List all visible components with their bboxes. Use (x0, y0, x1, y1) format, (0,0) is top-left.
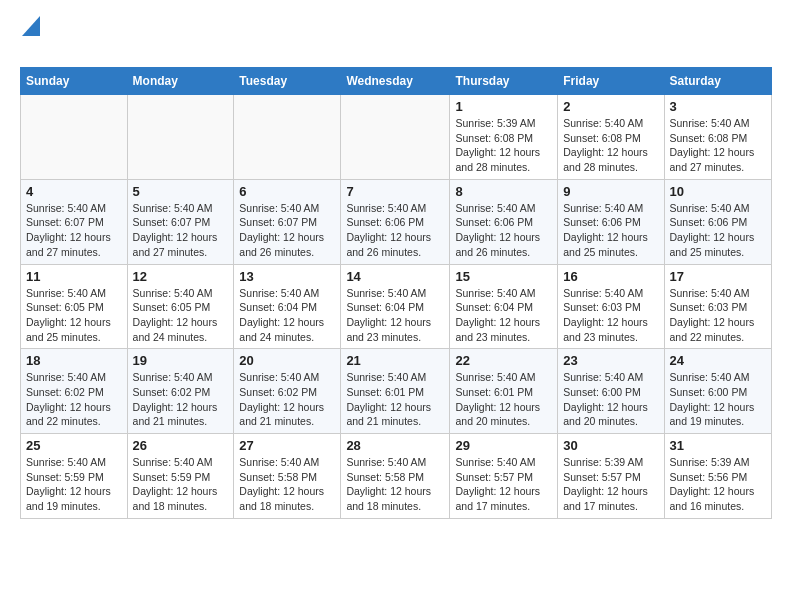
day-number: 11 (26, 269, 122, 284)
day-number: 25 (26, 438, 122, 453)
day-detail: Sunrise: 5:40 AM Sunset: 6:00 PM Dayligh… (670, 370, 767, 429)
calendar-cell: 14Sunrise: 5:40 AM Sunset: 6:04 PM Dayli… (341, 264, 450, 349)
day-number: 12 (133, 269, 229, 284)
day-number: 6 (239, 184, 335, 199)
day-detail: Sunrise: 5:40 AM Sunset: 6:02 PM Dayligh… (26, 370, 122, 429)
day-detail: Sunrise: 5:40 AM Sunset: 5:58 PM Dayligh… (239, 455, 335, 514)
day-number: 8 (455, 184, 552, 199)
day-detail: Sunrise: 5:40 AM Sunset: 6:06 PM Dayligh… (563, 201, 658, 260)
day-number: 5 (133, 184, 229, 199)
calendar-cell: 12Sunrise: 5:40 AM Sunset: 6:05 PM Dayli… (127, 264, 234, 349)
day-number: 4 (26, 184, 122, 199)
weekday-header-tuesday: Tuesday (234, 68, 341, 95)
day-detail: Sunrise: 5:40 AM Sunset: 6:01 PM Dayligh… (346, 370, 444, 429)
calendar-cell: 25Sunrise: 5:40 AM Sunset: 5:59 PM Dayli… (21, 434, 128, 519)
day-detail: Sunrise: 5:40 AM Sunset: 6:02 PM Dayligh… (239, 370, 335, 429)
day-detail: Sunrise: 5:40 AM Sunset: 5:59 PM Dayligh… (133, 455, 229, 514)
calendar-cell: 30Sunrise: 5:39 AM Sunset: 5:57 PM Dayli… (558, 434, 664, 519)
calendar-table: SundayMondayTuesdayWednesdayThursdayFrid… (20, 67, 772, 519)
day-detail: Sunrise: 5:40 AM Sunset: 5:59 PM Dayligh… (26, 455, 122, 514)
calendar-cell (234, 95, 341, 180)
day-number: 3 (670, 99, 767, 114)
calendar-cell: 3Sunrise: 5:40 AM Sunset: 6:08 PM Daylig… (664, 95, 772, 180)
calendar-cell: 7Sunrise: 5:40 AM Sunset: 6:06 PM Daylig… (341, 179, 450, 264)
day-detail: Sunrise: 5:40 AM Sunset: 6:07 PM Dayligh… (133, 201, 229, 260)
day-number: 17 (670, 269, 767, 284)
calendar-cell: 21Sunrise: 5:40 AM Sunset: 6:01 PM Dayli… (341, 349, 450, 434)
calendar-cell (21, 95, 128, 180)
calendar-cell: 26Sunrise: 5:40 AM Sunset: 5:59 PM Dayli… (127, 434, 234, 519)
day-detail: Sunrise: 5:40 AM Sunset: 6:05 PM Dayligh… (133, 286, 229, 345)
day-detail: Sunrise: 5:40 AM Sunset: 6:06 PM Dayligh… (455, 201, 552, 260)
day-number: 1 (455, 99, 552, 114)
day-number: 23 (563, 353, 658, 368)
calendar-cell: 13Sunrise: 5:40 AM Sunset: 6:04 PM Dayli… (234, 264, 341, 349)
day-number: 2 (563, 99, 658, 114)
calendar-cell: 27Sunrise: 5:40 AM Sunset: 5:58 PM Dayli… (234, 434, 341, 519)
day-detail: Sunrise: 5:40 AM Sunset: 6:02 PM Dayligh… (133, 370, 229, 429)
weekday-header-wednesday: Wednesday (341, 68, 450, 95)
day-number: 28 (346, 438, 444, 453)
day-detail: Sunrise: 5:40 AM Sunset: 6:05 PM Dayligh… (26, 286, 122, 345)
calendar-cell: 16Sunrise: 5:40 AM Sunset: 6:03 PM Dayli… (558, 264, 664, 349)
calendar-cell: 23Sunrise: 5:40 AM Sunset: 6:00 PM Dayli… (558, 349, 664, 434)
calendar-cell: 28Sunrise: 5:40 AM Sunset: 5:58 PM Dayli… (341, 434, 450, 519)
logo (20, 16, 40, 59)
calendar-cell: 29Sunrise: 5:40 AM Sunset: 5:57 PM Dayli… (450, 434, 558, 519)
week-row-1: 1Sunrise: 5:39 AM Sunset: 6:08 PM Daylig… (21, 95, 772, 180)
page: SundayMondayTuesdayWednesdayThursdayFrid… (0, 0, 792, 535)
day-number: 18 (26, 353, 122, 368)
weekday-header-sunday: Sunday (21, 68, 128, 95)
calendar-cell: 22Sunrise: 5:40 AM Sunset: 6:01 PM Dayli… (450, 349, 558, 434)
day-number: 22 (455, 353, 552, 368)
calendar-cell: 18Sunrise: 5:40 AM Sunset: 6:02 PM Dayli… (21, 349, 128, 434)
day-number: 19 (133, 353, 229, 368)
calendar-cell: 24Sunrise: 5:40 AM Sunset: 6:00 PM Dayli… (664, 349, 772, 434)
day-detail: Sunrise: 5:40 AM Sunset: 6:00 PM Dayligh… (563, 370, 658, 429)
calendar-cell: 6Sunrise: 5:40 AM Sunset: 6:07 PM Daylig… (234, 179, 341, 264)
day-detail: Sunrise: 5:40 AM Sunset: 6:03 PM Dayligh… (670, 286, 767, 345)
calendar-cell: 10Sunrise: 5:40 AM Sunset: 6:06 PM Dayli… (664, 179, 772, 264)
day-detail: Sunrise: 5:40 AM Sunset: 6:06 PM Dayligh… (346, 201, 444, 260)
day-number: 9 (563, 184, 658, 199)
day-number: 21 (346, 353, 444, 368)
day-number: 7 (346, 184, 444, 199)
calendar-cell: 8Sunrise: 5:40 AM Sunset: 6:06 PM Daylig… (450, 179, 558, 264)
day-detail: Sunrise: 5:39 AM Sunset: 6:08 PM Dayligh… (455, 116, 552, 175)
week-row-2: 4Sunrise: 5:40 AM Sunset: 6:07 PM Daylig… (21, 179, 772, 264)
day-number: 16 (563, 269, 658, 284)
calendar-cell: 11Sunrise: 5:40 AM Sunset: 6:05 PM Dayli… (21, 264, 128, 349)
logo-triangle-icon (20, 16, 40, 36)
calendar-cell: 2Sunrise: 5:40 AM Sunset: 6:08 PM Daylig… (558, 95, 664, 180)
weekday-header-row: SundayMondayTuesdayWednesdayThursdayFrid… (21, 68, 772, 95)
day-detail: Sunrise: 5:39 AM Sunset: 5:57 PM Dayligh… (563, 455, 658, 514)
calendar-cell: 19Sunrise: 5:40 AM Sunset: 6:02 PM Dayli… (127, 349, 234, 434)
day-detail: Sunrise: 5:40 AM Sunset: 6:07 PM Dayligh… (26, 201, 122, 260)
day-detail: Sunrise: 5:40 AM Sunset: 6:01 PM Dayligh… (455, 370, 552, 429)
weekday-header-monday: Monday (127, 68, 234, 95)
day-detail: Sunrise: 5:40 AM Sunset: 6:08 PM Dayligh… (563, 116, 658, 175)
day-detail: Sunrise: 5:40 AM Sunset: 5:57 PM Dayligh… (455, 455, 552, 514)
calendar-cell (127, 95, 234, 180)
day-number: 13 (239, 269, 335, 284)
header (20, 16, 772, 59)
svg-marker-0 (22, 16, 40, 36)
calendar-cell: 4Sunrise: 5:40 AM Sunset: 6:07 PM Daylig… (21, 179, 128, 264)
day-number: 14 (346, 269, 444, 284)
calendar-cell: 15Sunrise: 5:40 AM Sunset: 6:04 PM Dayli… (450, 264, 558, 349)
calendar-cell: 9Sunrise: 5:40 AM Sunset: 6:06 PM Daylig… (558, 179, 664, 264)
calendar-cell (341, 95, 450, 180)
weekday-header-friday: Friday (558, 68, 664, 95)
day-number: 31 (670, 438, 767, 453)
day-detail: Sunrise: 5:40 AM Sunset: 6:04 PM Dayligh… (455, 286, 552, 345)
day-detail: Sunrise: 5:40 AM Sunset: 6:06 PM Dayligh… (670, 201, 767, 260)
day-number: 30 (563, 438, 658, 453)
day-detail: Sunrise: 5:40 AM Sunset: 5:58 PM Dayligh… (346, 455, 444, 514)
day-detail: Sunrise: 5:40 AM Sunset: 6:04 PM Dayligh… (346, 286, 444, 345)
day-detail: Sunrise: 5:40 AM Sunset: 6:07 PM Dayligh… (239, 201, 335, 260)
day-detail: Sunrise: 5:40 AM Sunset: 6:08 PM Dayligh… (670, 116, 767, 175)
day-number: 29 (455, 438, 552, 453)
weekday-header-saturday: Saturday (664, 68, 772, 95)
day-detail: Sunrise: 5:40 AM Sunset: 6:03 PM Dayligh… (563, 286, 658, 345)
day-number: 24 (670, 353, 767, 368)
